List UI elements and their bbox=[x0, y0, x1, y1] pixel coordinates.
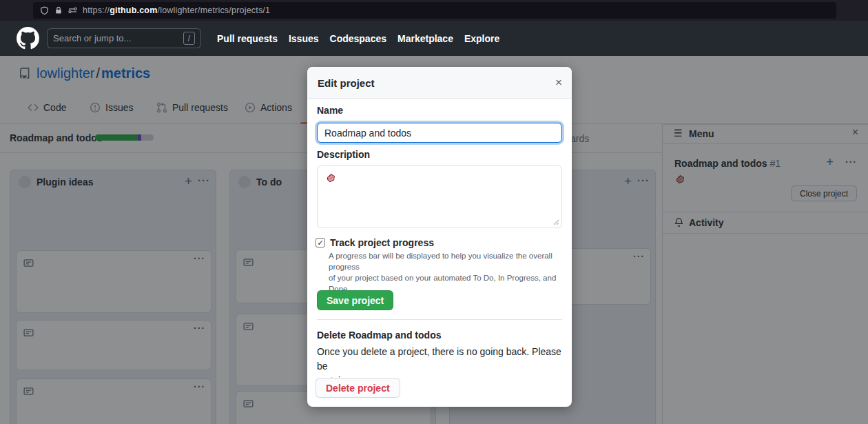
github-logo[interactable] bbox=[17, 27, 39, 50]
shield-icon[interactable] bbox=[40, 6, 49, 15]
permissions-icon[interactable] bbox=[68, 6, 77, 14]
nav-item-issues[interactable]: Issues bbox=[289, 33, 319, 44]
resize-handle[interactable] bbox=[553, 219, 559, 225]
dialog-close-button[interactable]: × bbox=[555, 76, 562, 90]
nav-item-codespaces[interactable]: Codespaces bbox=[330, 33, 386, 44]
divider bbox=[317, 319, 562, 320]
nav-item-explore[interactable]: Explore bbox=[464, 33, 499, 44]
github-header: / Pull requests Issues Codespaces Market… bbox=[0, 21, 868, 56]
track-progress-checkbox[interactable]: ✓ bbox=[316, 238, 325, 248]
url-text[interactable]: https://github.com/lowlighter/metrics/pr… bbox=[83, 6, 270, 15]
track-progress-label[interactable]: Track project progress bbox=[330, 237, 434, 248]
browser-bar: https://github.com/lowlighter/metrics/pr… bbox=[0, 0, 868, 21]
dialog-title: Edit project bbox=[318, 77, 375, 89]
lock-icon[interactable] bbox=[54, 6, 63, 14]
search-input[interactable] bbox=[53, 33, 183, 43]
url-scheme: https:// bbox=[83, 6, 110, 15]
nav-item-marketplace[interactable]: Marketplace bbox=[397, 33, 453, 44]
edit-project-dialog: Edit project × Name Description ✓ Track … bbox=[307, 67, 572, 407]
save-project-button[interactable]: Save project bbox=[317, 290, 393, 310]
name-field[interactable] bbox=[317, 123, 562, 143]
delete-project-button[interactable]: Delete project bbox=[316, 378, 400, 398]
header-nav: Pull requests Issues Codespaces Marketpl… bbox=[217, 21, 499, 56]
url-host: github.com bbox=[110, 6, 157, 15]
url-path: /lowlighter/metrics/projects/1 bbox=[157, 6, 270, 15]
screen: https://github.com/lowlighter/metrics/pr… bbox=[0, 0, 868, 424]
description-label: Description bbox=[317, 149, 370, 160]
name-label: Name bbox=[317, 105, 343, 116]
slash-key-badge: / bbox=[183, 32, 195, 45]
address-bar[interactable]: https://github.com/lowlighter/metrics/pr… bbox=[33, 2, 836, 19]
header-search-box: / bbox=[47, 28, 201, 48]
meat-emoji bbox=[325, 172, 337, 184]
nav-item-pull-requests[interactable]: Pull requests bbox=[217, 33, 278, 44]
description-textarea[interactable] bbox=[317, 165, 562, 228]
delete-section-heading: Delete Roadmap and todos bbox=[317, 330, 441, 341]
